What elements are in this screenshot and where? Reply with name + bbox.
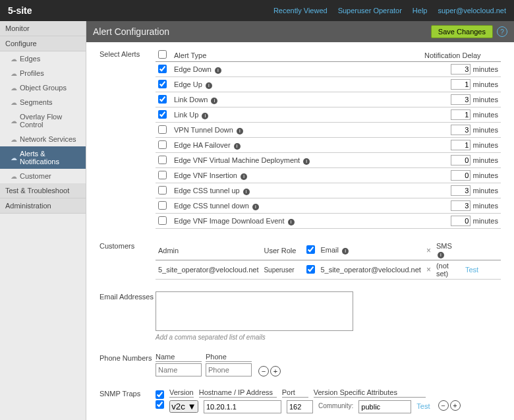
alert-checkbox[interactable] [158, 110, 167, 119]
alert-delay-input[interactable] [451, 200, 471, 211]
alert-checkbox[interactable] [158, 156, 167, 164]
snmp-port-input[interactable] [287, 400, 313, 413]
remove-snmp-button[interactable]: − [438, 400, 449, 411]
alert-delay-input[interactable] [451, 140, 471, 150]
snmp-row-checkbox[interactable] [156, 400, 164, 409]
alert-delay-input[interactable] [451, 79, 471, 90]
sidebar-item-alerts-notifications[interactable]: ☁Alerts & Notifications [0, 146, 86, 169]
customer-email-checkbox[interactable] [306, 265, 315, 274]
alert-row: Link Down i minutes [156, 92, 501, 107]
alert-name: Edge VNF Insertion [174, 171, 237, 179]
alert-name: Edge HA Failover [174, 141, 231, 149]
info-icon[interactable]: i [243, 189, 250, 195]
info-icon[interactable]: i [234, 143, 241, 150]
info-icon[interactable]: i [202, 113, 208, 119]
info-icon[interactable]: i [206, 82, 212, 89]
phone-number-input[interactable] [206, 363, 252, 376]
alert-checkbox[interactable] [158, 80, 167, 88]
alert-checkbox[interactable] [158, 125, 167, 134]
cloud-icon: ☁ [11, 55, 17, 63]
sidebar-item-overlay-flow-control[interactable]: ☁Overlay Flow Control [0, 109, 86, 132]
sidebar-item-object-groups[interactable]: ☁Object Groups [0, 80, 86, 95]
info-icon[interactable]: i [303, 158, 310, 165]
alert-delay-input[interactable] [451, 94, 471, 105]
alert-checkbox[interactable] [158, 186, 167, 195]
select-alerts-label: Select Alerts [100, 49, 156, 58]
info-icon[interactable]: i [215, 67, 221, 74]
alert-delay-input[interactable] [451, 185, 471, 196]
add-snmp-button[interactable]: + [450, 400, 461, 411]
alert-delay-input[interactable] [451, 216, 471, 226]
sidebar-item-network-services[interactable]: ☁Network Services [0, 132, 86, 146]
alert-row: Edge VNF Image Download Event i minutes [156, 214, 501, 229]
phone-name-input[interactable] [156, 363, 202, 376]
emails-textarea[interactable] [156, 291, 353, 331]
sidebar-item-edges[interactable]: ☁Edges [0, 51, 86, 66]
alert-delay-input[interactable] [451, 125, 471, 135]
alert-checkbox[interactable] [158, 95, 167, 104]
sidebar-item-segments[interactable]: ☁Segments [0, 95, 86, 109]
customer-admin: 5_site_operator@velocloud.net [156, 260, 261, 280]
alerts-master-checkbox[interactable] [158, 50, 167, 59]
info-icon[interactable]: i [438, 252, 444, 258]
sidebar-test[interactable]: Test & Troubleshoot [0, 183, 86, 198]
remove-icon[interactable]: × [426, 265, 431, 274]
remove-icon[interactable]: × [426, 246, 431, 255]
info-icon[interactable]: i [211, 98, 217, 104]
emails-hint: Add a comma separated list of emails [156, 334, 501, 341]
test-link[interactable]: Test [465, 266, 478, 274]
alert-delay-input[interactable] [451, 109, 471, 120]
alert-unit: minutes [472, 96, 498, 104]
snmp-master-checkbox[interactable] [156, 390, 164, 399]
sidebar-configure[interactable]: Configure [0, 36, 86, 51]
alert-row: Link Up i minutes [156, 107, 501, 123]
alert-checkbox[interactable] [158, 65, 167, 73]
alert-checkbox[interactable] [158, 140, 167, 149]
cloud-icon: ☁ [11, 136, 17, 143]
cloud-icon: ☁ [11, 173, 17, 180]
alert-checkbox[interactable] [158, 201, 167, 210]
add-phone-button[interactable]: + [270, 366, 281, 376]
snmp-host-input[interactable] [204, 400, 281, 413]
community-label: Community: [318, 400, 353, 409]
help-icon[interactable]: ? [497, 26, 507, 37]
alert-unit: minutes [472, 80, 498, 88]
snmp-version-select[interactable]: v2c ▼ [169, 400, 198, 413]
info-icon[interactable]: i [252, 204, 259, 210]
sidebar-item-customer[interactable]: ☁Customer [0, 169, 86, 183]
col-alert-type: Alert Type [171, 49, 422, 62]
superuser-link[interactable]: Superuser Operator [338, 7, 402, 15]
sidebar-item-profiles[interactable]: ☁Profiles [0, 66, 86, 80]
alert-name: Edge CSS tunnel up [174, 187, 240, 195]
sidebar-monitor[interactable]: Monitor [0, 21, 86, 36]
phones-label: Phone Numbers [100, 353, 156, 362]
info-icon[interactable]: i [288, 219, 295, 225]
recently-viewed-link[interactable]: Recently Viewed [273, 7, 328, 15]
brand: 5-site [8, 5, 32, 16]
alert-checkbox[interactable] [158, 216, 167, 225]
alert-row: Edge VNF Virtual Machine Deployment i mi… [156, 153, 501, 168]
remove-phone-button[interactable]: − [258, 366, 269, 376]
user-link[interactable]: super@velocloud.net [438, 7, 506, 15]
sidebar-admin[interactable]: Administration [0, 198, 86, 214]
info-icon[interactable]: i [241, 173, 247, 180]
save-changes-button[interactable]: Save Changes [431, 25, 493, 38]
snmp-community-input[interactable] [358, 400, 411, 413]
alert-delay-input[interactable] [451, 155, 471, 165]
alert-row: Edge Down i minutes [156, 62, 501, 77]
col-notification-delay: Notification Delay [422, 49, 501, 62]
col-email: Email [320, 246, 339, 254]
customer-email: 5_site_operator@velocloud.net [318, 260, 423, 280]
help-link[interactable]: Help [413, 7, 428, 15]
alert-delay-input[interactable] [451, 170, 471, 181]
email-master-checkbox[interactable] [306, 245, 315, 254]
alert-name: Edge Down [174, 65, 212, 73]
alert-row: VPN Tunnel Down i minutes [156, 123, 501, 138]
alert-unit: minutes [472, 217, 498, 225]
info-icon[interactable]: i [237, 128, 243, 135]
col-admin: Admin [156, 241, 261, 260]
info-icon[interactable]: i [342, 248, 349, 255]
alert-delay-input[interactable] [451, 64, 471, 75]
alert-checkbox[interactable] [158, 171, 167, 179]
test-link[interactable]: Test [416, 400, 430, 410]
